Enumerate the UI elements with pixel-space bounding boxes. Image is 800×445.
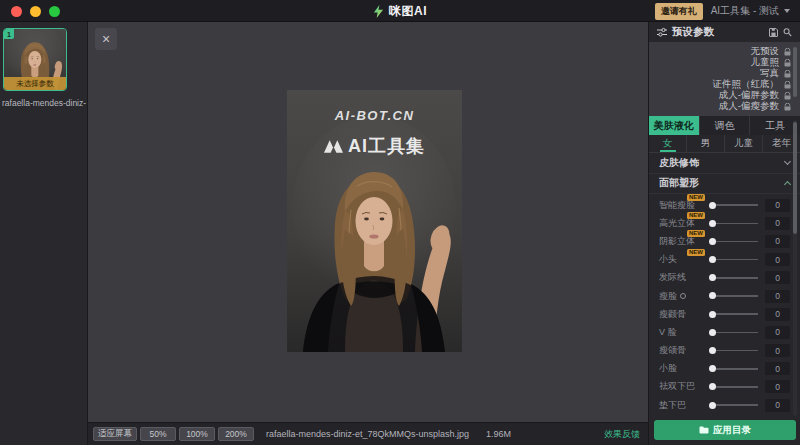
save-icon[interactable] [769, 28, 778, 37]
slider-track[interactable] [711, 313, 758, 315]
slider-handle[interactable] [709, 311, 716, 318]
presets-header: 预设参数 [649, 22, 800, 42]
slider-track[interactable] [711, 295, 758, 297]
thumbnail-status-badge: 未选择参数 [4, 77, 66, 90]
slider-label: 垫下巴 [659, 399, 705, 412]
lock-icon [784, 92, 791, 100]
slider-value[interactable]: 0 [765, 217, 790, 230]
slider-handle[interactable] [709, 365, 716, 372]
slider-track[interactable] [711, 386, 758, 388]
zoom-level-button[interactable]: 50% [140, 427, 176, 441]
preset-item-label: 成人-偏瘦参数 [719, 100, 779, 113]
slider-row: 发际线 0 [649, 269, 800, 287]
search-icon[interactable] [783, 28, 792, 37]
slider-value[interactable]: 0 [765, 253, 790, 266]
lock-icon [784, 59, 791, 67]
slider-track[interactable] [711, 277, 758, 279]
gender-tab[interactable]: 儿童 [725, 135, 763, 152]
slider-handle[interactable] [709, 347, 716, 354]
slider-value[interactable]: 0 [765, 380, 790, 393]
new-badge: NEW [687, 212, 705, 219]
slider-value[interactable]: 0 [765, 344, 790, 357]
editor-canvas: × AI-BOT.CN [88, 22, 648, 423]
zoom-level-button[interactable]: 100% [179, 427, 215, 441]
slider-track[interactable] [711, 204, 758, 206]
photo-thumbnail[interactable]: 1 未选择参数 [3, 28, 67, 91]
statusbar-filename: rafaella-mendes-diniz-et_78QkMMQs-unspla… [266, 429, 469, 439]
chevron-down-icon [784, 9, 790, 13]
section-face-shaping[interactable]: 面部塑形 [649, 174, 800, 195]
slider-handle[interactable] [709, 402, 716, 409]
slider-value[interactable]: 0 [765, 271, 790, 284]
apply-directory-button[interactable]: 应用目录 [654, 420, 796, 440]
slider-row: NEW 智能瘦脸 0 [649, 196, 800, 214]
account-menu[interactable]: AI工具集 - 测试 [711, 4, 790, 18]
slider-row: 小脸 0 [649, 360, 800, 378]
slider-row: NEW 阴影立体 0 [649, 232, 800, 250]
preset-scrollbar[interactable] [793, 47, 797, 97]
section-skin-retouch[interactable]: 皮肤修饰 [649, 153, 800, 174]
preset-item[interactable]: 成人-偏瘦参数 [649, 101, 800, 112]
slider-value[interactable]: 0 [765, 290, 790, 303]
slider-value[interactable]: 0 [765, 235, 790, 248]
slider-value[interactable]: 0 [765, 399, 790, 412]
slider-value[interactable]: 0 [765, 199, 790, 212]
slider-handle[interactable] [709, 292, 716, 299]
preset-list: 无预设 儿童照 写真 证件照（红底） 成人-偏胖参数 成人-偏瘦参数 [649, 42, 800, 116]
photo-image [287, 90, 462, 352]
slider-row: 瘦脸 0 [649, 287, 800, 305]
panel-footer: 应用照片 应用目录 [654, 420, 796, 440]
slider-value[interactable]: 0 [765, 362, 790, 375]
watermark-brand: AI工具集 [287, 134, 462, 158]
slider-handle[interactable] [709, 329, 716, 336]
slider-list: NEW 智能瘦脸 0 NEW 高光立体 0 NEW 阴影立体 0 NEW [649, 194, 800, 414]
slider-label: 瘦颌骨 [659, 344, 705, 357]
slider-track[interactable] [711, 404, 758, 406]
chevron-up-icon [784, 181, 791, 188]
slider-value[interactable]: 0 [765, 326, 790, 339]
slider-row: NEW 高光立体 0 [649, 214, 800, 232]
slider-handle[interactable] [709, 256, 716, 263]
gender-tab[interactable]: 男 [687, 135, 725, 152]
zoom-level-button[interactable]: 200% [218, 427, 254, 441]
slider-track[interactable] [711, 332, 758, 334]
slider-row: V 脸 0 [649, 323, 800, 341]
slider-track[interactable] [711, 368, 758, 370]
slider-track[interactable] [711, 350, 758, 352]
slider-track[interactable] [711, 259, 758, 261]
gender-tab-label: 儿童 [734, 137, 753, 150]
new-badge: NEW [687, 194, 705, 201]
info-icon [680, 293, 686, 299]
gender-tab-label: 老年 [772, 137, 791, 150]
statusbar: 适应屏幕 50%100%200% rafaella-mendes-diniz-e… [88, 423, 648, 445]
invite-button[interactable]: 邀请有礼 [655, 3, 703, 20]
slider-track[interactable] [711, 223, 758, 225]
close-photo-button[interactable]: × [95, 28, 117, 50]
slider-handle[interactable] [709, 220, 716, 227]
gender-tab-label: 女 [663, 137, 673, 150]
edited-photo: AI-BOT.CN AI工具集 [287, 90, 462, 352]
brand-logo-icon [324, 139, 343, 154]
panel-tab[interactable]: 调色 [700, 116, 751, 135]
slider-handle[interactable] [709, 238, 716, 245]
slider-value[interactable]: 0 [765, 308, 790, 321]
watermark-brand-text: AI工具集 [348, 134, 425, 158]
slider-handle[interactable] [709, 383, 716, 390]
feedback-link[interactable]: 效果反馈 [604, 428, 640, 441]
thumbnail-filename: rafaella-mendes-diniz-... [2, 98, 86, 108]
app-name: 咪图AI [389, 3, 427, 20]
panel-tab[interactable]: 美肤液化 [649, 116, 700, 135]
main-tabs: 美肤液化 调色 工具 [649, 116, 800, 135]
new-badge: NEW [687, 249, 705, 256]
slider-handle[interactable] [709, 274, 716, 281]
panel-scrollbar-thumb[interactable] [793, 122, 797, 234]
tune-icon [657, 27, 667, 37]
chevron-down-icon [784, 158, 791, 165]
slider-track[interactable] [711, 241, 758, 243]
lock-icon [784, 81, 791, 89]
titlebar: 咪图AI 邀请有礼 AI工具集 - 测试 [0, 0, 800, 22]
new-badge: NEW [687, 230, 705, 237]
slider-handle[interactable] [709, 202, 716, 209]
gender-tab[interactable]: 女 [649, 135, 687, 152]
fit-screen-button[interactable]: 适应屏幕 [93, 427, 137, 441]
